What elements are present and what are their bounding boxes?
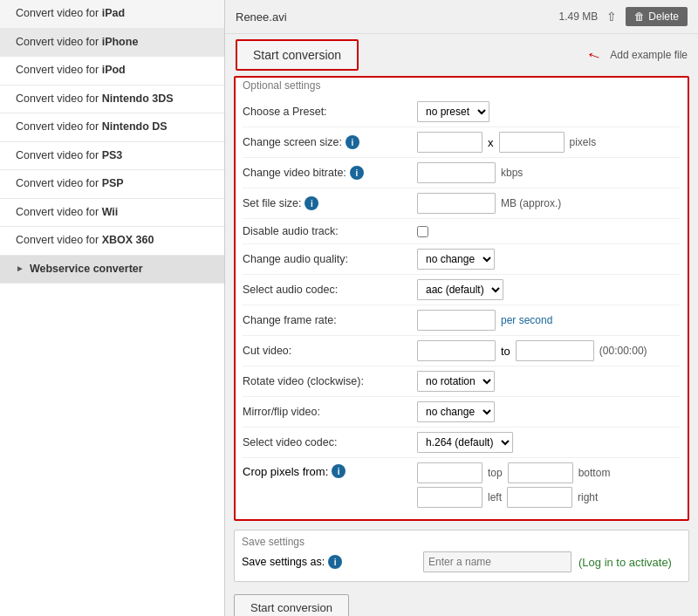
main-content: Renee.avi 1.49 MB ⇧ 🗑 Delete Start conve… — [225, 0, 698, 616]
screen-size-x: x — [488, 136, 494, 149]
disable-audio-checkbox[interactable] — [417, 226, 428, 237]
bottom-start-area: Start conversion — [225, 587, 698, 616]
frame-rate-control: per second — [417, 305, 681, 335]
crop-top-label: top — [488, 467, 503, 479]
cut-video-end-input[interactable] — [516, 340, 594, 361]
sidebar-item-ipod[interactable]: Convert video for iPod — [0, 57, 224, 86]
crop-right-input[interactable] — [507, 487, 572, 508]
login-link[interactable]: (Log in to activate) — [578, 556, 672, 569]
sidebar-item-psp[interactable]: Convert video for PSP — [0, 170, 224, 199]
upload-icon: ⇧ — [606, 10, 617, 24]
sidebar-item-xbox360[interactable]: Convert video for XBOX 360 — [0, 227, 224, 256]
frame-rate-unit: per second — [501, 314, 552, 326]
bitrate-control: kbps — [417, 158, 681, 188]
crop-bottom-label: bottom — [578, 467, 611, 479]
audio-codec-control: aac (default) mp3 ogg — [417, 275, 681, 305]
crop-right-label: right — [578, 491, 598, 503]
start-conversion-label-top: Start conversion — [253, 48, 341, 62]
add-example-link[interactable]: Add example file — [610, 49, 688, 61]
video-codec-control: h.264 (default) mpeg4 xvid — [417, 428, 681, 457]
delete-label: Delete — [648, 10, 679, 23]
red-arrow-icon: → — [583, 43, 606, 67]
expand-arrow-icon: ► — [16, 263, 24, 275]
disable-audio-control — [417, 219, 681, 243]
sidebar-item-ipad[interactable]: Convert video for iPad — [0, 0, 224, 29]
filesize: 1.49 MB — [559, 10, 599, 23]
audio-codec-label: Select audio codec: — [243, 275, 417, 305]
optional-settings-title: Optional settings — [236, 78, 688, 97]
audio-quality-select[interactable]: no change low medium high — [417, 249, 495, 270]
delete-button[interactable]: 🗑 Delete — [626, 7, 688, 26]
sidebar-item-ps3[interactable]: Convert video for PS3 — [0, 142, 224, 171]
crop-row: Crop pixels from: i top bottom left rig — [243, 458, 681, 512]
screen-size-width-input[interactable] — [417, 132, 482, 153]
save-settings-title: Save settings — [242, 534, 681, 548]
top-bar: Renee.avi 1.49 MB ⇧ 🗑 Delete — [225, 0, 698, 34]
screen-size-label: Change screen size: i — [243, 127, 417, 157]
crop-info-icon[interactable]: i — [332, 464, 346, 478]
file-size-unit: MB (approx.) — [501, 197, 561, 209]
file-size-label: Set file size: i — [243, 188, 417, 218]
frame-rate-input[interactable] — [417, 310, 496, 331]
optional-settings-box: Optional settings Choose a Preset: no pr… — [234, 76, 689, 521]
save-info-icon[interactable]: i — [328, 555, 342, 569]
mirror-label: Mirror/flip video: — [243, 397, 417, 427]
top-bar-left: Renee.avi — [236, 10, 287, 24]
optional-settings-label: Optional settings — [243, 79, 320, 92]
crop-top-input[interactable] — [417, 462, 482, 483]
video-codec-label: Select video codec: — [243, 428, 417, 457]
bitrate-label: Change video bitrate: i — [243, 158, 417, 188]
bitrate-info-icon[interactable]: i — [350, 166, 364, 180]
cut-video-label: Cut video: — [243, 336, 417, 366]
screen-size-info-icon[interactable]: i — [346, 135, 359, 149]
arrow-annotation: → Add example file — [585, 45, 688, 65]
disable-audio-label: Disable audio track: — [243, 219, 417, 243]
crop-bottom-input[interactable] — [508, 462, 573, 483]
file-size-input[interactable] — [417, 193, 496, 214]
start-conversion-label-bottom: Start conversion — [250, 601, 332, 614]
save-form-row: Save settings as: i (Log in to activate) — [242, 551, 681, 572]
bitrate-unit: kbps — [501, 167, 523, 179]
audio-codec-select[interactable]: aac (default) mp3 ogg — [417, 279, 503, 300]
screen-size-control: x pixels — [417, 127, 681, 157]
top-bar-right: 1.49 MB ⇧ 🗑 Delete — [559, 7, 688, 26]
crop-left-label: left — [488, 491, 502, 503]
sidebar-item-nintendo3ds[interactable]: Convert video for Nintendo 3DS — [0, 86, 224, 114]
trash-icon: 🗑 — [634, 10, 645, 23]
sidebar-item-label: Webservice converter — [30, 262, 143, 277]
rotate-label: Rotate video (clockwise): — [243, 366, 417, 396]
start-conversion-button-top[interactable]: Start conversion — [236, 39, 359, 71]
sidebar-item-nintendods[interactable]: Convert video for Nintendo DS — [0, 113, 224, 142]
sidebar: Convert video for iPad Convert video for… — [0, 0, 225, 616]
cut-video-control: to (00:00:00) — [417, 336, 681, 366]
audio-quality-control: no change low medium high — [417, 244, 681, 274]
audio-quality-label: Change audio quality: — [243, 244, 417, 274]
cut-video-start-input[interactable] — [417, 340, 496, 361]
start-conversion-button-bottom[interactable]: Start conversion — [234, 594, 349, 616]
crop-label: Crop pixels from: i — [243, 462, 417, 478]
save-label: Save settings as: i — [242, 555, 416, 569]
cut-video-to: to — [501, 345, 510, 358]
file-size-info-icon[interactable]: i — [305, 196, 318, 210]
sidebar-item-webservice[interactable]: ► Webservice converter — [0, 256, 224, 284]
bitrate-input[interactable] — [417, 162, 496, 183]
crop-left-input[interactable] — [417, 487, 482, 508]
cut-video-format: (00:00:00) — [599, 345, 647, 357]
preset-label: Choose a Preset: — [243, 97, 417, 127]
video-codec-select[interactable]: h.264 (default) mpeg4 xvid — [417, 432, 513, 453]
save-name-input[interactable] — [423, 551, 571, 572]
file-size-control: MB (approx.) — [417, 188, 681, 218]
sidebar-item-wii[interactable]: Convert video for Wii — [0, 199, 224, 228]
screen-size-unit: pixels — [570, 136, 597, 148]
screen-size-height-input[interactable] — [499, 132, 565, 153]
preset-control: no preset — [417, 97, 681, 127]
mirror-control: no change horizontal vertical — [417, 397, 681, 427]
crop-inputs: top bottom left right — [417, 462, 610, 508]
save-settings-box: Save settings Save settings as: i (Log i… — [234, 530, 689, 582]
mirror-select[interactable]: no change horizontal vertical — [417, 401, 495, 422]
preset-select[interactable]: no preset — [417, 101, 489, 122]
rotate-control: no rotation 90° 180° 270° — [417, 366, 681, 396]
sidebar-item-iphone[interactable]: Convert video for iPhone — [0, 29, 224, 58]
frame-rate-label: Change frame rate: — [243, 305, 417, 335]
rotate-select[interactable]: no rotation 90° 180° 270° — [417, 371, 495, 392]
